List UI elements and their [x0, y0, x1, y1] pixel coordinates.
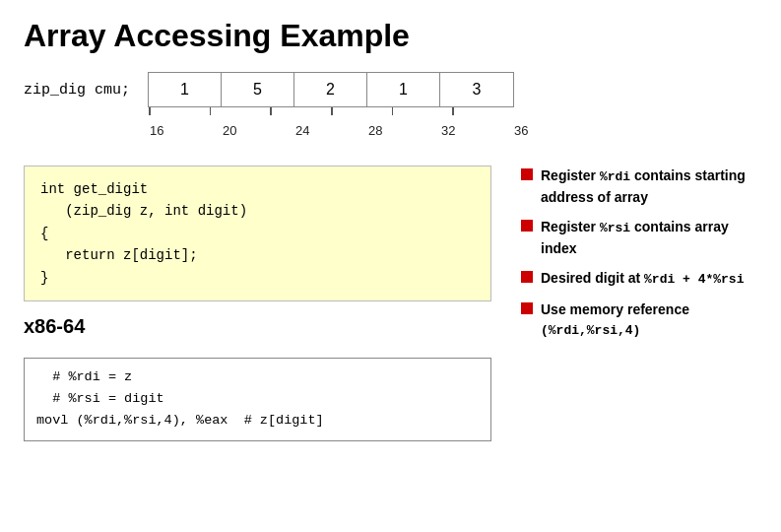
array-cell: 2	[294, 73, 367, 106]
left-col: int get_digit (zip_dig z, int digit) { r…	[24, 166, 491, 441]
array-cell: 3	[440, 73, 513, 106]
bullet-text: Desired digit at %rdi + 4*%rsi	[541, 268, 744, 290]
bullet-text: Register %rdi contains starting address …	[541, 166, 757, 207]
bullet-icon	[521, 168, 533, 180]
array-address: 24	[293, 123, 366, 138]
array-label: zip_dig cmu;	[24, 82, 130, 99]
code-box: int get_digit (zip_dig z, int digit) { r…	[24, 166, 491, 301]
array-address: 36	[512, 123, 532, 138]
bullet-icon	[521, 302, 533, 314]
array-tick	[391, 107, 452, 119]
tick-row	[148, 107, 512, 119]
array-tick	[330, 107, 391, 119]
bullet-item: Register %rdi contains starting address …	[521, 166, 757, 207]
array-cell: 1	[367, 73, 440, 106]
array-address: 20	[221, 123, 293, 138]
bullet-item: Desired digit at %rdi + 4*%rsi	[521, 268, 757, 290]
array-cell: 5	[222, 73, 294, 106]
array-tick	[269, 107, 330, 119]
asm-label: x86-64	[24, 315, 491, 338]
bullet-icon	[521, 220, 533, 232]
array-addresses: 162024283236	[148, 123, 532, 138]
array-diagram: 15213 162024283236	[148, 72, 532, 138]
bullet-item: Use memory reference (%rdi,%rsi,4)	[521, 299, 757, 341]
array-cells: 15213	[148, 72, 514, 107]
array-address: 28	[366, 123, 439, 138]
array-section: zip_dig cmu; 15213 162024283236	[24, 72, 757, 138]
bullet-icon	[521, 271, 533, 283]
right-col: Register %rdi contains starting address …	[521, 166, 757, 341]
array-address: 16	[148, 123, 221, 138]
array-tick	[148, 107, 209, 119]
page-title: Array Accessing Example	[24, 18, 757, 54]
array-address: 32	[439, 123, 512, 138]
array-tick	[209, 107, 270, 119]
array-cell: 1	[149, 73, 222, 106]
bullet-text: Use memory reference (%rdi,%rsi,4)	[541, 299, 757, 341]
bullet-text: Register %rsi contains array index	[541, 217, 757, 258]
asm-box: # %rdi = z # %rsi = digit movl (%rdi,%rs…	[24, 358, 491, 441]
bullet-item: Register %rsi contains array index	[521, 217, 757, 258]
array-tick	[451, 107, 512, 119]
content-row: int get_digit (zip_dig z, int digit) { r…	[24, 166, 757, 441]
